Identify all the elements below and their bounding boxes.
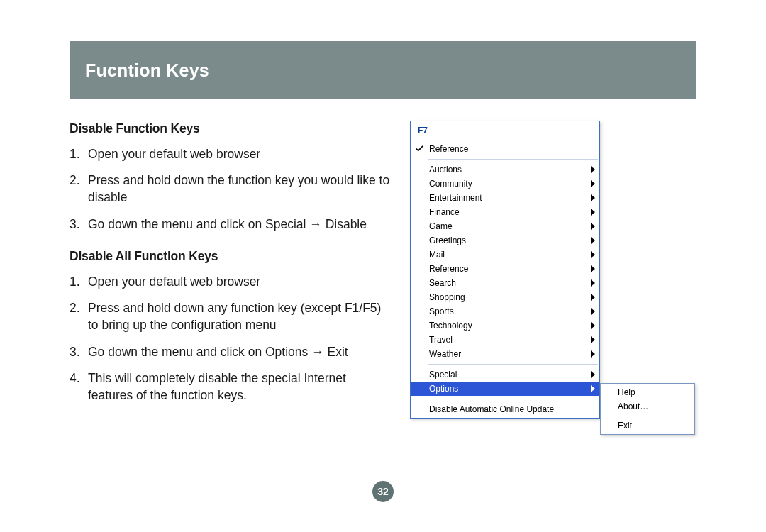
chevron-right-icon <box>591 209 595 216</box>
menu-item-greetings[interactable]: Greetings <box>411 233 599 248</box>
screenshot-column: F7 Reference Auctions Community <box>410 121 696 419</box>
chevron-right-icon <box>591 223 595 230</box>
chevron-right-icon <box>591 237 595 244</box>
menu-list: Reference Auctions Community Entertainme… <box>411 140 599 418</box>
menu-item-label: Weather <box>429 349 461 359</box>
menu-item-mail[interactable]: Mail <box>411 248 599 262</box>
page-number: 32 <box>377 486 389 497</box>
page-header-band: Fucntion Keys <box>70 41 696 99</box>
document-page: Fucntion Keys Disable Function Keys Open… <box>0 0 766 532</box>
menu-item-sports[interactable]: Sports <box>411 304 599 318</box>
menu-item-label: Disable Automatic Online Update <box>429 404 554 414</box>
menu-item-travel[interactable]: Travel <box>411 333 599 347</box>
menu-item-search[interactable]: Search <box>411 276 599 290</box>
chevron-right-icon <box>591 308 595 315</box>
page-number-badge: 32 <box>372 481 394 502</box>
menu-item-special[interactable]: Special <box>411 367 599 382</box>
instructions-column: Disable Function Keys Open your default … <box>70 121 392 419</box>
section2-steps: Open your default web browser Press and … <box>70 274 392 404</box>
page-title: Fucntion Keys <box>85 60 209 81</box>
chevron-right-icon <box>591 322 595 329</box>
check-icon <box>416 145 423 153</box>
menu-item-shopping[interactable]: Shopping <box>411 290 599 304</box>
menu-item-label: Sports <box>429 306 454 316</box>
menu-item-weather[interactable]: Weather <box>411 347 599 361</box>
menu-item-game[interactable]: Game <box>411 219 599 233</box>
menu-item-label: Mail <box>429 250 445 260</box>
menu-item-label: Help <box>618 387 635 397</box>
menu-separator <box>616 416 693 416</box>
menu-item-community[interactable]: Community <box>411 177 599 191</box>
menu-item-label: Travel <box>429 335 453 345</box>
menu-item-label: Reference <box>429 144 468 154</box>
menu-item-technology[interactable]: Technology <box>411 318 599 333</box>
menu-item-label: Game <box>429 221 453 231</box>
list-item: This will completely disable the special… <box>70 370 392 404</box>
chevron-right-icon <box>591 294 595 301</box>
menu-item-label: Special <box>429 370 457 379</box>
menu-item-options[interactable]: Options <box>411 382 599 396</box>
list-item: Press and hold down the function key you… <box>70 172 392 206</box>
menu-item-entertainment[interactable]: Entertainment <box>411 191 599 205</box>
chevron-right-icon <box>591 166 595 173</box>
submenu-item-exit[interactable]: Exit <box>601 419 694 433</box>
menu-item-label: Exit <box>618 421 632 431</box>
chevron-right-icon <box>591 194 595 201</box>
menu-item-auctions[interactable]: Auctions <box>411 162 599 177</box>
menu-item-label: About… <box>618 401 648 411</box>
list-item: Go down the menu and click on Options → … <box>70 344 392 361</box>
menu-item-label: Auctions <box>429 165 462 174</box>
options-submenu: Help About… Exit <box>600 383 695 435</box>
section1-heading: Disable Function Keys <box>70 121 392 138</box>
menu-item-finance[interactable]: Finance <box>411 205 599 219</box>
menu-separator <box>428 399 598 399</box>
menu-item-label: Entertainment <box>429 193 482 203</box>
menu-item-label: Shopping <box>429 292 465 302</box>
chevron-right-icon <box>591 371 595 378</box>
menu-item-label: Finance <box>429 207 460 217</box>
list-item: Go down the menu and click on Special → … <box>70 216 392 233</box>
chevron-right-icon <box>591 180 595 187</box>
menu-item-label: Reference <box>429 264 468 274</box>
chevron-right-icon <box>591 265 595 272</box>
chevron-right-icon <box>591 350 595 358</box>
list-item: Open your default web browser <box>70 274 392 291</box>
menu-item-reference-checked[interactable]: Reference <box>411 142 599 156</box>
list-item: Press and hold down any function key (ex… <box>70 300 392 333</box>
chevron-right-icon <box>591 279 595 287</box>
menu-item-label: Search <box>429 278 456 288</box>
chevron-right-icon <box>591 385 595 392</box>
section2-heading: Disable All Function Keys <box>70 248 392 265</box>
content-area: Disable Function Keys Open your default … <box>70 121 696 419</box>
menu-separator <box>428 159 598 160</box>
menu-item-label: Community <box>429 179 472 189</box>
menu-title: F7 <box>411 121 599 140</box>
section1-steps: Open your default web browser Press and … <box>70 146 392 233</box>
menu-item-label: Options <box>429 384 458 394</box>
menu-separator <box>428 364 598 365</box>
menu-item-label: Technology <box>429 321 472 331</box>
chevron-right-icon <box>591 251 595 258</box>
submenu-item-help[interactable]: Help <box>601 385 694 399</box>
menu-item-label: Greetings <box>429 235 466 245</box>
submenu-item-about[interactable]: About… <box>601 399 694 414</box>
list-item: Open your default web browser <box>70 146 392 163</box>
menu-item-disable-update[interactable]: Disable Automatic Online Update <box>411 402 599 416</box>
chevron-right-icon <box>591 336 595 343</box>
context-menu: F7 Reference Auctions Community <box>410 121 600 419</box>
menu-item-reference[interactable]: Reference <box>411 262 599 276</box>
